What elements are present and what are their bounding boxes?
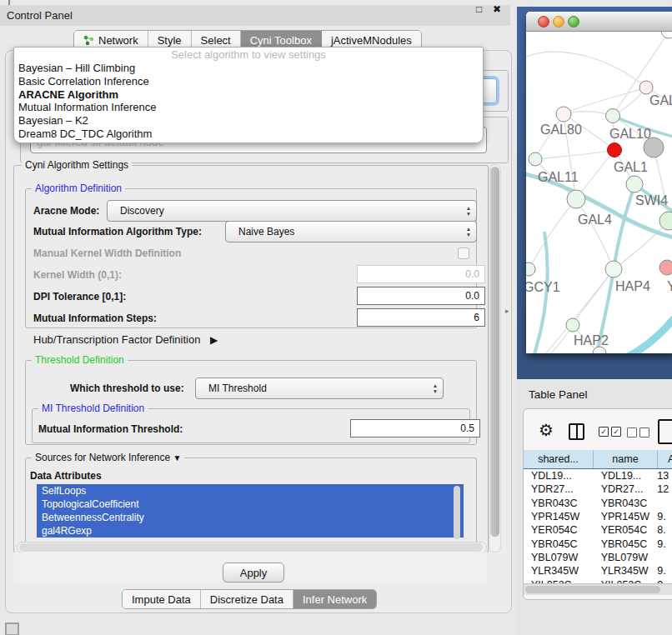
tab-discretize-data[interactable]: Discretize Data bbox=[201, 590, 293, 608]
bottom-tabbar: Impute Data Discretize Data Infer Networ… bbox=[122, 589, 377, 609]
dropdown-placeholder: Select algorithm to view settings bbox=[14, 48, 483, 62]
table-row[interactable]: YDR27...YDR27...12 bbox=[524, 482, 672, 496]
checked-box-icon[interactable]: ✓ bbox=[611, 427, 621, 437]
mi-type-combo[interactable]: Naive Bayes ▲▼ bbox=[225, 221, 477, 242]
node-gal1-selected[interactable] bbox=[608, 143, 622, 158]
node-green[interactable] bbox=[659, 212, 672, 230]
settings-vertical-scrollbar[interactable] bbox=[489, 164, 501, 552]
aracne-mode-value: Discovery bbox=[108, 205, 461, 217]
tab-impute-data[interactable]: Impute Data bbox=[123, 590, 201, 608]
column-header-name[interactable]: name bbox=[594, 450, 658, 468]
dropdown-item[interactable]: Basic Correlation Inference bbox=[14, 75, 483, 88]
zoom-window-icon[interactable] bbox=[568, 16, 579, 28]
scrollbar-thumb[interactable] bbox=[490, 167, 499, 537]
settings-group-title: Cyni Algorithm Settings bbox=[22, 159, 132, 171]
minimize-window-icon[interactable] bbox=[553, 16, 564, 28]
node-gcy1[interactable] bbox=[526, 262, 535, 276]
split-columns-icon[interactable] bbox=[569, 423, 584, 440]
network-node-labels: GAL GAL80 GAL10 GAL1 GAL11 SWI4 GAL4 GCY… bbox=[526, 93, 672, 348]
node[interactable] bbox=[661, 32, 672, 38]
which-threshold-combo[interactable]: MI Threshold ▲▼ bbox=[195, 378, 444, 399]
attribute-item-selected[interactable]: SelfLoops bbox=[37, 484, 464, 498]
node-hap4[interactable] bbox=[605, 261, 622, 278]
new-document-icon[interactable] bbox=[658, 419, 672, 444]
attributes-list-scrollbar[interactable] bbox=[453, 486, 461, 542]
manual-kernel-checkbox[interactable] bbox=[458, 248, 469, 259]
sources-title-text: Sources for Network Inference bbox=[35, 452, 170, 463]
node-hap2[interactable] bbox=[566, 318, 579, 332]
network-canvas[interactable]: GAL GAL80 GAL10 GAL1 GAL11 SWI4 GAL4 GCY… bbox=[526, 32, 672, 353]
scrollbar-thumb[interactable] bbox=[525, 586, 660, 593]
node-gal4[interactable] bbox=[567, 190, 585, 208]
gear-icon[interactable]: ⚙ bbox=[539, 420, 554, 440]
node[interactable] bbox=[593, 347, 606, 353]
stepper-arrows-icon: ▲▼ bbox=[428, 382, 443, 395]
node-gal80[interactable] bbox=[556, 107, 571, 122]
table-row[interactable]: YLR345WYLR345W9. bbox=[524, 564, 672, 578]
dropdown-item[interactable]: Mutual Information Inference bbox=[14, 101, 483, 114]
dropdown-item[interactable]: Dream8 DC_TDC Algorithm bbox=[14, 128, 483, 141]
node-gal10[interactable] bbox=[606, 109, 620, 123]
node-gal-pink[interactable] bbox=[639, 81, 653, 94]
unchecked-box-icon[interactable] bbox=[627, 428, 637, 438]
node-gal11[interactable] bbox=[529, 152, 542, 166]
close-panel-icon[interactable]: ✖ bbox=[493, 3, 501, 15]
tab-infer-network[interactable]: Infer Network bbox=[293, 590, 376, 608]
mi-type-value: Naive Bayes bbox=[226, 226, 461, 238]
node-label-gal10: GAL10 bbox=[609, 127, 651, 141]
tab-discretize-data-label: Discretize Data bbox=[210, 593, 283, 606]
mi-threshold-label: Mutual Information Threshold: bbox=[38, 423, 183, 435]
network-icon bbox=[83, 35, 94, 46]
network-window[interactable]: GAL GAL80 GAL10 GAL1 GAL11 SWI4 GAL4 GCY… bbox=[526, 12, 672, 353]
checked-box-icon[interactable]: ✓ bbox=[599, 427, 609, 437]
float-window-icon[interactable]: □ bbox=[476, 3, 482, 15]
node-salmon[interactable] bbox=[659, 260, 672, 275]
mi-threshold-field[interactable]: 0.5 bbox=[350, 419, 480, 438]
dropdown-item[interactable]: Bayesian – Hill Climbing bbox=[14, 62, 483, 75]
settings-horizontal-scrollbar[interactable] bbox=[17, 542, 487, 553]
node-label-gal11: GAL11 bbox=[538, 170, 579, 184]
tab-network-label: Network bbox=[98, 34, 138, 47]
attribute-item-selected[interactable]: TopologicalCoefficient bbox=[37, 498, 464, 511]
dropdown-item-selected[interactable]: ARACNE Algorithm bbox=[14, 88, 483, 102]
hub-definition-toggle[interactable]: Hub/Transcription Factor Definition ▶ bbox=[33, 333, 218, 346]
tab-cyni-toolbox-label: Cyni Toolbox bbox=[250, 34, 312, 47]
stepper-arrows-icon: ▲▼ bbox=[461, 226, 476, 238]
table-row[interactable]: YBR045CYBR045C9. bbox=[524, 537, 672, 550]
node-label-gal80: GAL80 bbox=[540, 122, 582, 137]
kernel-width-field[interactable]: 0.0 bbox=[357, 265, 485, 283]
close-window-icon[interactable] bbox=[538, 16, 549, 28]
apply-button[interactable]: Apply bbox=[223, 562, 284, 582]
aracne-mode-combo[interactable]: Discovery ▲▼ bbox=[107, 200, 477, 222]
attribute-item-selected[interactable]: BetweennessCentrality bbox=[37, 511, 464, 524]
scrollbar-thumb[interactable] bbox=[454, 486, 460, 539]
algorithm-definition-title: Algorithm Definition bbox=[32, 182, 125, 194]
threshold-definition-title: Threshold Definition bbox=[32, 354, 128, 366]
network-nodes[interactable] bbox=[526, 32, 672, 353]
dropdown-item[interactable]: Bayesian – K2 bbox=[14, 114, 483, 128]
table-row[interactable]: YBL079WYBL079W bbox=[524, 551, 672, 564]
table-horizontal-scrollbar[interactable] bbox=[524, 583, 672, 595]
aracne-mode-label: Aracne Mode: bbox=[33, 205, 99, 217]
table-row[interactable]: YPR145WYPR145W9. bbox=[524, 510, 672, 523]
node-label-gal4: GAL4 bbox=[578, 212, 612, 227]
mi-steps-label: Mutual Information Steps: bbox=[33, 312, 157, 324]
table-row[interactable]: YBR043CYBR043C bbox=[524, 497, 672, 510]
minimized-panel-icon[interactable] bbox=[5, 622, 19, 635]
tab-style-label: Style bbox=[158, 34, 182, 47]
column-header-partial[interactable]: A bbox=[658, 450, 672, 468]
attribute-item-selected[interactable]: gal4RGexp bbox=[37, 524, 464, 538]
table-row[interactable]: YDL19...YDL19...13 bbox=[524, 469, 672, 482]
dpi-tolerance-field[interactable]: 0.0 bbox=[357, 287, 485, 305]
node-swi4[interactable] bbox=[626, 176, 643, 192]
network-window-titlebar[interactable] bbox=[526, 12, 672, 32]
column-header-shared-name[interactable]: shared... bbox=[524, 450, 594, 468]
unchecked-box-icon[interactable] bbox=[639, 428, 649, 438]
splitter-arrow-icon[interactable]: ▸ bbox=[505, 307, 509, 315]
node-label-hap2: HAP2 bbox=[574, 333, 609, 348]
table-row[interactable]: YER054CYER054C8. bbox=[524, 523, 672, 537]
sources-group-title[interactable]: Sources for Network Inference ▼ bbox=[32, 452, 184, 463]
scrollbar-thumb[interactable] bbox=[19, 543, 483, 552]
table-panel-title: Table Panel bbox=[529, 388, 588, 401]
mi-steps-field[interactable]: 6 bbox=[357, 308, 485, 327]
